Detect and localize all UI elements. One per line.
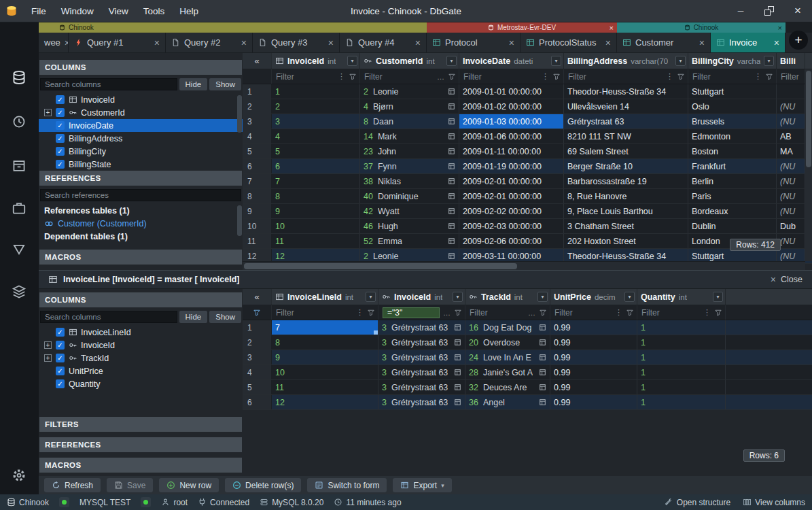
- cell-invoiceid[interactable]: 11: [272, 234, 360, 248]
- menu-dots-icon[interactable]: ⋮: [703, 308, 711, 317]
- chevron-down-icon[interactable]: ▾: [713, 292, 723, 302]
- cell-billingaddress[interactable]: 8210 111 ST NW: [564, 129, 688, 143]
- cell-invoicelineid[interactable]: 7: [272, 320, 378, 335]
- cell-invoicelineid[interactable]: 9: [272, 350, 378, 364]
- cell-customerid[interactable]: 46Hugh: [360, 219, 459, 233]
- hide-button[interactable]: Hide: [179, 78, 208, 90]
- expand-icon[interactable]: +: [44, 341, 52, 349]
- close-icon[interactable]: ×: [241, 37, 247, 48]
- cell-invoicedate[interactable]: 2009-01-11 00:00:00: [459, 144, 564, 158]
- cell-unitprice[interactable]: 0.99: [550, 365, 637, 379]
- cell-trackid[interactable]: 28Janie's Got A: [465, 365, 550, 379]
- column-item-invoicedate[interactable]: ✓InvoiceDate: [39, 119, 243, 132]
- chevron-down-icon[interactable]: ▾: [446, 56, 457, 66]
- cell-billingcity[interactable]: Dublin: [688, 219, 777, 233]
- refresh-button[interactable]: Refresh: [44, 478, 101, 492]
- column-item-billingaddress[interactable]: ✓BillingAddress: [39, 132, 243, 145]
- column-item-trackid[interactable]: +✓TrackId: [39, 352, 243, 364]
- cell-invoiceid[interactable]: 10: [272, 219, 360, 233]
- minimize-button[interactable]: ─: [726, 0, 755, 22]
- archive-icon[interactable]: [12, 158, 27, 173]
- cell-trackid[interactable]: 16Dog Eat Dog: [465, 320, 550, 335]
- cell-trackid[interactable]: 36Angel: [465, 395, 550, 409]
- checkbox-checked[interactable]: ✓: [56, 341, 65, 350]
- cell-unitprice[interactable]: 0.99: [550, 335, 637, 350]
- menu-dots-icon[interactable]: ⋮: [615, 308, 622, 317]
- cell-billingcity[interactable]: Frankfurt: [688, 159, 777, 173]
- tab-query-3[interactable]: Query #3×: [253, 33, 340, 52]
- cell-quantity[interactable]: 1: [637, 320, 726, 335]
- cell-invoicedate[interactable]: 2009-01-19 00:00:00: [459, 159, 564, 173]
- cell-invoiceid[interactable]: 9: [272, 204, 360, 218]
- cell-quantity[interactable]: 1: [637, 335, 726, 350]
- cell-billingaddress[interactable]: 202 Hoxton Street: [564, 234, 688, 248]
- column-header-invoicedate[interactable]: InvoiceDatedateti▾: [459, 53, 564, 69]
- cell-invoicedate[interactable]: 2009-01-03 00:00:00: [459, 114, 564, 129]
- collapse-grid-button[interactable]: «: [243, 53, 272, 69]
- row-number[interactable]: 3: [243, 350, 272, 364]
- cell-billingaddress[interactable]: 69 Salem Street: [564, 144, 688, 158]
- cell-invoiceid[interactable]: 1: [272, 84, 360, 99]
- checkbox-checked[interactable]: ✓: [56, 95, 65, 104]
- cell-billingstate[interactable]: (NU: [777, 174, 805, 188]
- column-header-billingcity[interactable]: BillingCityvarcha▾: [688, 53, 777, 69]
- tab-protocolstatus[interactable]: ProtocolStatus×: [520, 33, 617, 52]
- cell-unitprice[interactable]: 0.99: [550, 320, 637, 335]
- cell-billingcity[interactable]: Paris: [688, 189, 777, 203]
- filter-input-billi[interactable]: Filter: [777, 69, 805, 84]
- cell-billingstate[interactable]: (NU: [777, 114, 805, 129]
- cell-billingcity[interactable]: Oslo: [688, 99, 777, 114]
- cell-invoicelineid[interactable]: 12: [272, 395, 378, 409]
- chevron-down-icon[interactable]: ▾: [366, 292, 376, 302]
- close-icon[interactable]: ×: [605, 37, 611, 48]
- cell-billingaddress[interactable]: 9, Place Louis Barthou: [564, 204, 688, 218]
- cell-quantity[interactable]: 1: [637, 365, 726, 379]
- filter-input-quantity[interactable]: Filter⋮: [637, 305, 726, 320]
- save-button[interactable]: Save: [107, 478, 153, 492]
- row-number[interactable]: 5: [243, 144, 272, 158]
- column-header-invoicelineid[interactable]: InvoiceLineIdint▾: [272, 289, 378, 305]
- tab-customer[interactable]: Customer×: [617, 33, 711, 52]
- filter-input-customerid[interactable]: Filter…: [360, 69, 459, 84]
- cell-billingstate[interactable]: MA: [777, 144, 805, 158]
- checkbox-checked[interactable]: ✓: [56, 354, 65, 362]
- cell-billingaddress[interactable]: Ullevålsveien 14: [564, 99, 688, 114]
- cell-billingaddress[interactable]: Berger Straße 10: [564, 159, 688, 173]
- search-columns-input[interactable]: Search columns: [40, 311, 177, 323]
- chevron-down-icon[interactable]: ▾: [675, 56, 686, 66]
- cell-quantity[interactable]: 1: [637, 395, 726, 409]
- cell-customerid[interactable]: 42Wyatt: [360, 204, 459, 218]
- cell-billingcity[interactable]: Edmonton: [688, 129, 777, 143]
- cell-invoiceid[interactable]: 2: [272, 99, 360, 114]
- search-columns-input[interactable]: Search columns: [40, 78, 177, 90]
- cell-billingstate[interactable]: [777, 84, 805, 99]
- column-item-billingstate[interactable]: ✓BillingState: [39, 158, 243, 171]
- scrollbar-thumb[interactable]: [237, 95, 242, 133]
- menu-dots-icon[interactable]: ⋮: [338, 72, 345, 81]
- menu-window[interactable]: Window: [54, 0, 101, 22]
- menu-view[interactable]: View: [101, 0, 136, 22]
- cell-billingaddress[interactable]: 3 Chatham Street: [564, 219, 688, 233]
- cell-billingstate[interactable]: (NU: [777, 99, 805, 114]
- tab-group-chinook-yellow[interactable]: Chinook: [39, 22, 427, 33]
- tab-protocol[interactable]: Protocol×: [427, 33, 520, 52]
- cell-billingcity[interactable]: Stuttgart: [688, 84, 777, 99]
- cell-billingstate[interactable]: (NU: [777, 234, 805, 248]
- active-filter-value[interactable]: ="3": [383, 307, 440, 318]
- tab-query-1[interactable]: Query #1×: [69, 33, 166, 52]
- cell-invoicelineid[interactable]: 8: [272, 335, 378, 350]
- cell-trackid[interactable]: 24Love In An E: [465, 350, 550, 364]
- menu-help[interactable]: Help: [172, 0, 206, 22]
- new-tab-button[interactable]: +: [789, 31, 808, 50]
- tab-group-chinook-teal[interactable]: Chinook ×: [617, 22, 785, 33]
- column-header-invoiceid[interactable]: InvoiceIdint▾: [378, 289, 465, 305]
- horizontal-scrollbar[interactable]: [243, 261, 805, 270]
- cell-unitprice[interactable]: 0.99: [550, 380, 637, 394]
- cell-invoiceid[interactable]: 7: [272, 174, 360, 188]
- column-item-invoiceid[interactable]: ✓InvoiceId: [39, 93, 243, 106]
- menu-dots-icon[interactable]: ⋮: [542, 72, 549, 81]
- row-number[interactable]: 11: [243, 234, 272, 248]
- cell-invoiceid[interactable]: 3Grétrystraat 63: [378, 365, 465, 379]
- filter-icon[interactable]: [12, 242, 27, 257]
- cell-invoicelineid[interactable]: 11: [272, 380, 378, 394]
